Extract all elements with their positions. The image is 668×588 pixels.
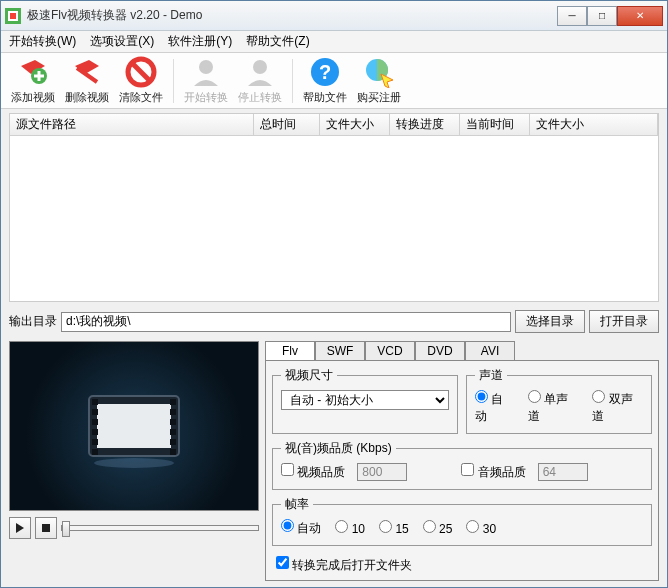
- svg-point-6: [199, 60, 213, 74]
- col-cur-time[interactable]: 当前时间: [460, 114, 530, 135]
- fps-15-radio[interactable]: 15: [379, 520, 409, 536]
- fps-10-radio[interactable]: 10: [335, 520, 365, 536]
- audio-quality-check[interactable]: 音频品质: [461, 463, 525, 481]
- col-progress[interactable]: 转换进度: [390, 114, 460, 135]
- audio-legend: 声道: [475, 367, 507, 384]
- globe-cursor-icon: [363, 56, 395, 88]
- video-size-select[interactable]: 自动 - 初始大小: [281, 390, 449, 410]
- delete-video-button[interactable]: 删除视频: [61, 56, 113, 105]
- svg-rect-2: [10, 13, 16, 19]
- stop-button[interactable]: [35, 517, 57, 539]
- svg-rect-15: [92, 419, 98, 425]
- menu-options[interactable]: 选项设置(X): [90, 33, 154, 50]
- svg-text:?: ?: [319, 61, 331, 83]
- tab-dvd[interactable]: DVD: [415, 341, 465, 360]
- fps-legend: 帧率: [281, 496, 313, 513]
- svg-rect-17: [92, 439, 98, 445]
- clear-icon: [125, 56, 157, 88]
- buy-button[interactable]: 购买注册: [353, 56, 405, 105]
- slider-thumb[interactable]: [62, 521, 70, 537]
- open-dir-button[interactable]: 打开目录: [589, 310, 659, 333]
- svg-rect-24: [170, 449, 176, 455]
- playback-controls: [9, 517, 259, 539]
- audio-stereo-radio[interactable]: 双声道: [592, 390, 643, 425]
- person-icon: [244, 56, 276, 88]
- menu-register[interactable]: 软件注册(Y): [168, 33, 232, 50]
- toolbar-separator: [173, 59, 174, 103]
- output-path-input[interactable]: [61, 312, 511, 332]
- svg-rect-26: [42, 524, 50, 532]
- svg-rect-13: [92, 399, 98, 405]
- close-button[interactable]: ✕: [617, 6, 663, 26]
- svg-rect-21: [170, 419, 176, 425]
- audio-quality-input[interactable]: [538, 463, 588, 481]
- menu-start[interactable]: 开始转换(W): [9, 33, 76, 50]
- help-icon: ?: [309, 56, 341, 88]
- audio-mono-radio[interactable]: 单声道: [528, 390, 579, 425]
- add-video-button[interactable]: 添加视频: [7, 56, 59, 105]
- svg-rect-23: [170, 439, 176, 445]
- toolbtn-label: 添加视频: [11, 90, 55, 105]
- output-label: 输出目录: [9, 313, 57, 330]
- toolbtn-label: 开始转换: [184, 90, 228, 105]
- menubar: 开始转换(W) 选项设置(X) 软件注册(Y) 帮助文件(Z): [1, 31, 667, 53]
- fps-30-radio[interactable]: 30: [466, 520, 496, 536]
- clear-files-button[interactable]: 清除文件: [115, 56, 167, 105]
- seek-slider[interactable]: [61, 525, 259, 531]
- toolbtn-label: 帮助文件: [303, 90, 347, 105]
- audio-channel-group: 声道 自动 单声道 双声道: [466, 367, 652, 434]
- fps-auto-radio[interactable]: 自动: [281, 519, 321, 537]
- settings-pane: Flv SWF VCD DVD AVI 视频尺寸 自动 - 初始大小 声道: [265, 341, 659, 581]
- tab-vcd[interactable]: VCD: [365, 341, 415, 360]
- video-size-legend: 视频尺寸: [281, 367, 337, 384]
- list-header: 源文件路径 总时间 文件大小 转换进度 当前时间 文件大小: [10, 114, 658, 136]
- preview-area: [9, 341, 259, 511]
- toolbar: 添加视频 删除视频 清除文件 开始转换 停止转换 ? 帮助文件 购买注册: [1, 53, 667, 109]
- svg-point-25: [94, 458, 174, 468]
- list-body[interactable]: [10, 136, 658, 301]
- fps-25-radio[interactable]: 25: [423, 520, 453, 536]
- app-icon: [5, 8, 21, 24]
- menu-help[interactable]: 帮助文件(Z): [246, 33, 309, 50]
- output-row: 输出目录 选择目录 打开目录: [1, 306, 667, 337]
- svg-rect-14: [92, 409, 98, 415]
- settings-panel: 视频尺寸 自动 - 初始大小 声道 自动 单声道 双声道: [265, 360, 659, 581]
- filmstrip-icon: [79, 381, 189, 471]
- delete-icon: [71, 56, 103, 88]
- preview-pane: [9, 341, 259, 581]
- svg-rect-19: [170, 399, 176, 405]
- col-source[interactable]: 源文件路径: [10, 114, 254, 135]
- minimize-button[interactable]: ─: [557, 6, 587, 26]
- svg-rect-22: [170, 429, 176, 435]
- svg-rect-20: [170, 409, 176, 415]
- video-quality-check[interactable]: 视频品质: [281, 463, 345, 481]
- lower-pane: Flv SWF VCD DVD AVI 视频尺寸 自动 - 初始大小 声道: [1, 337, 667, 587]
- quality-legend: 视(音)频品质 (Kbps): [281, 440, 396, 457]
- maximize-button[interactable]: □: [587, 6, 617, 26]
- tab-flv[interactable]: Flv: [265, 341, 315, 360]
- svg-rect-12: [97, 404, 171, 448]
- titlebar: 极速Flv视频转换器 v2.20 - Demo ─ □ ✕: [1, 1, 667, 31]
- col-total-time[interactable]: 总时间: [254, 114, 320, 135]
- stop-convert-button: 停止转换: [234, 56, 286, 105]
- quality-group: 视(音)频品质 (Kbps) 视频品质 音频品质: [272, 440, 652, 490]
- play-button[interactable]: [9, 517, 31, 539]
- audio-auto-radio[interactable]: 自动: [475, 390, 514, 425]
- browse-button[interactable]: 选择目录: [515, 310, 585, 333]
- help-button[interactable]: ? 帮助文件: [299, 56, 351, 105]
- tab-avi[interactable]: AVI: [465, 341, 515, 360]
- toolbar-separator: [292, 59, 293, 103]
- file-list: 源文件路径 总时间 文件大小 转换进度 当前时间 文件大小: [9, 113, 659, 302]
- toolbtn-label: 清除文件: [119, 90, 163, 105]
- col-out-size[interactable]: 文件大小: [530, 114, 658, 135]
- tab-swf[interactable]: SWF: [315, 341, 365, 360]
- open-after-check[interactable]: 转换完成后打开文件夹: [276, 556, 412, 574]
- video-size-group: 视频尺寸 自动 - 初始大小: [272, 367, 458, 434]
- col-file-size[interactable]: 文件大小: [320, 114, 390, 135]
- video-quality-input[interactable]: [357, 463, 407, 481]
- svg-line-5: [132, 63, 150, 81]
- app-window: 极速Flv视频转换器 v2.20 - Demo ─ □ ✕ 开始转换(W) 选项…: [0, 0, 668, 588]
- toolbtn-label: 停止转换: [238, 90, 282, 105]
- person-icon: [190, 56, 222, 88]
- fps-group: 帧率 自动 10 15 25 30: [272, 496, 652, 546]
